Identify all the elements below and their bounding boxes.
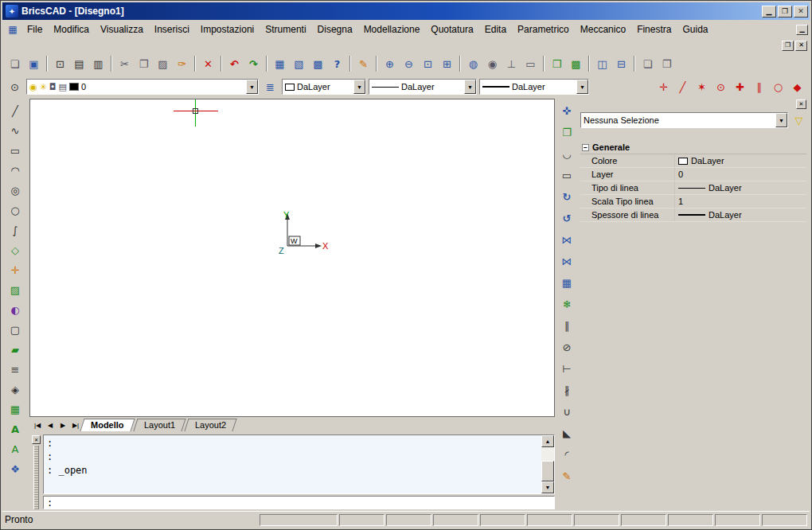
tab-layout2[interactable]: Layout2 [184, 419, 236, 431]
command-close-button[interactable]: ✕ [32, 435, 41, 444]
plot-settings-button[interactable]: ▥ [89, 55, 107, 72]
menu-modifica[interactable]: Modifica [48, 21, 95, 37]
extend-button[interactable]: ⊢ [557, 360, 576, 378]
menu-modellazione[interactable]: Modellazione [358, 21, 426, 37]
property-filter-button[interactable]: ▽ [791, 113, 806, 128]
property-value-cell[interactable]: 1 [674, 195, 806, 208]
menu-file[interactable]: File [21, 21, 48, 37]
table-button[interactable]: ▦ [6, 400, 25, 419]
break-button[interactable]: ∦ [557, 381, 576, 399]
zoom-extents-button[interactable]: ⊞ [438, 55, 456, 72]
save-button[interactable]: ▣ [25, 55, 43, 72]
array-button[interactable]: ▦ [557, 274, 576, 292]
copy-button[interactable]: ❐ [135, 55, 153, 72]
snap-parallel-button[interactable]: ∥ [750, 78, 768, 95]
redo-button[interactable]: ↷ [244, 55, 263, 72]
text-button[interactable]: A [6, 440, 25, 458]
status-cell[interactable] [527, 514, 572, 526]
status-cell[interactable] [668, 514, 713, 526]
trim-button[interactable]: ⊘ [557, 338, 576, 357]
menu-guida[interactable]: Guida [677, 21, 713, 37]
zoom-out-button[interactable]: ⊖ [400, 55, 418, 72]
collapse-icon[interactable]: − [582, 144, 589, 151]
status-cell[interactable] [386, 514, 431, 526]
snap-endpoint-button[interactable]: ╱ [673, 78, 692, 95]
status-cell[interactable] [260, 514, 338, 526]
category-generale[interactable]: − Generale [580, 141, 806, 154]
minimize-button[interactable]: ▁ [762, 6, 776, 18]
status-cell[interactable] [339, 514, 385, 526]
status-cell[interactable] [480, 514, 525, 526]
property-value-cell[interactable]: DaLayer [674, 181, 806, 194]
selection-dropdown-button[interactable]: ▼ [775, 113, 787, 127]
status-cell[interactable] [715, 514, 760, 526]
ungroup-button[interactable]: ❐ [658, 55, 676, 72]
mdi-minimize-button[interactable]: ▁ [796, 25, 808, 35]
print-button[interactable]: ▤ [70, 55, 88, 72]
layer-dropdown-button[interactable]: ▼ [246, 80, 258, 94]
new-button[interactable]: ❏ [6, 55, 24, 72]
tab-layout1[interactable]: Layout1 [133, 419, 185, 431]
previous-tab-button[interactable]: ◀ [44, 419, 57, 431]
undo-button[interactable]: ↶ [225, 55, 244, 72]
snap-tangent-button[interactable]: ○ [769, 78, 787, 95]
ucs-button[interactable]: ⊥ [502, 55, 521, 72]
menu-edita[interactable]: Edita [479, 21, 512, 37]
polar-array-button[interactable]: ❄ [557, 295, 576, 314]
menu-finestra[interactable]: Finestra [631, 21, 677, 37]
mirror-button[interactable]: ⋈ [557, 231, 576, 249]
arc-button[interactable]: ◠ [6, 162, 25, 180]
command-input[interactable]: : [43, 496, 555, 509]
menu-meccanico[interactable]: Meccanico [575, 21, 631, 37]
help-button[interactable]: ? [328, 55, 346, 72]
join-button[interactable]: ∪ [557, 403, 576, 421]
zoom-window-button[interactable]: ⊡ [419, 55, 437, 72]
rectangle-button[interactable]: ▭ [6, 142, 25, 160]
menu-disegna[interactable]: Disegna [312, 21, 358, 37]
status-cell[interactable] [762, 514, 807, 526]
sketch-button[interactable]: ✎ [354, 55, 373, 72]
zoom-in-button[interactable]: ⊕ [381, 55, 399, 72]
sheet-sets-button[interactable]: ▩ [309, 55, 327, 72]
linetype-dropdown-button[interactable]: ▼ [464, 80, 476, 94]
group-button[interactable]: ❏ [638, 55, 657, 72]
menu-impostazioni[interactable]: Impostazioni [195, 21, 260, 37]
copy-entity-button[interactable]: ❐ [557, 123, 576, 142]
tab-modello[interactable]: Modello [80, 419, 135, 431]
fillet-arc-button[interactable]: ◡ [557, 145, 576, 163]
hatch-button[interactable]: ▨ [6, 281, 25, 299]
status-cell[interactable] [574, 514, 619, 526]
scrollbar-track[interactable] [541, 447, 554, 481]
next-tab-button[interactable]: ▶ [57, 419, 69, 431]
title-bar[interactable]: ✦ BricsCAD - [Disegno1] ▁ ❐ ✕ [2, 2, 810, 20]
gradient-button[interactable]: ◐ [6, 301, 25, 319]
mtext-button[interactable]: A [6, 420, 25, 438]
match-properties-button[interactable]: ✑ [173, 55, 191, 72]
layer-combobox[interactable]: ◉ ✳ ◘ ▤ 0 ▼ [26, 79, 259, 95]
mirror-vertical-button[interactable]: ⋈ [557, 252, 576, 271]
color-combobox[interactable]: DaLayer ▼ [282, 79, 366, 95]
snap-intersection-button[interactable]: ✶ [693, 78, 711, 95]
circle-button[interactable]: ○ [6, 201, 25, 220]
drawing-explorer-button[interactable]: ▦ [271, 55, 289, 72]
lineweight-combobox[interactable]: DaLayer ▼ [479, 79, 589, 95]
property-value-cell[interactable]: 0 [674, 168, 806, 181]
linetype-combobox[interactable]: DaLayer ▼ [369, 79, 477, 95]
viewports-2-button[interactable]: ⊟ [612, 55, 630, 72]
scroll-up-button[interactable]: ▲ [541, 435, 554, 447]
scrollbar-thumb[interactable] [541, 461, 554, 481]
close-button[interactable]: ✕ [794, 6, 808, 18]
print-preview-button[interactable]: ⊡ [51, 55, 69, 72]
viewports-button[interactable]: ◫ [593, 55, 611, 72]
lineweight-dropdown-button[interactable]: ▼ [576, 80, 588, 94]
mdi-restore-button[interactable]: ❐ [782, 41, 794, 51]
cut-button[interactable]: ✂ [115, 55, 134, 72]
scroll-down-button[interactable]: ▼ [541, 481, 554, 493]
visibility-button[interactable]: ◉ [483, 55, 502, 72]
property-value-cell[interactable]: DaLayer [674, 154, 806, 167]
paste-button[interactable]: ▨ [154, 55, 172, 72]
spline-button[interactable]: ∫ [6, 221, 25, 240]
menu-visualizza[interactable]: Visualizza [95, 21, 149, 37]
viewport-button[interactable]: ▭ [557, 166, 576, 185]
first-tab-button[interactable]: |◀ [31, 419, 44, 431]
